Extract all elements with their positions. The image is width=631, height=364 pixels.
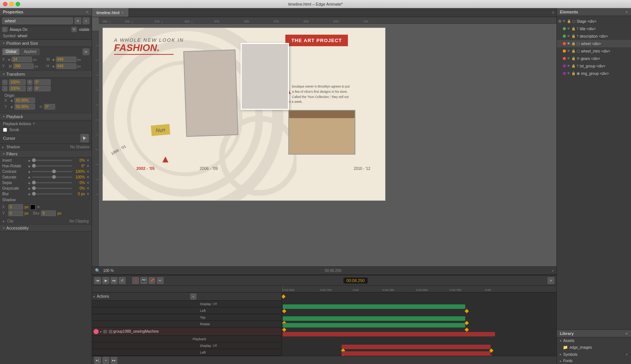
- always-on-row: ▷ Always On . 👁 visible: [0, 26, 92, 33]
- w-input[interactable]: [56, 57, 76, 62]
- sepia-clear[interactable]: ✕: [86, 181, 89, 185]
- library-item-fonts[interactable]: ▸ Fonts: [557, 358, 631, 364]
- stage-canvas[interactable]: A WHOLE NEW LOOK IN FASHION. THE ART PRO…: [102, 28, 386, 201]
- section-playback[interactable]: ▾ Playback: [0, 113, 92, 120]
- origin-angle-input[interactable]: [44, 104, 55, 110]
- settings-icon[interactable]: ≡: [83, 18, 89, 24]
- expand-icon[interactable]: ▸: [93, 295, 95, 298]
- group1988-eye-icon[interactable]: [103, 330, 107, 333]
- y-input[interactable]: [13, 63, 34, 69]
- sepia-slider[interactable]: [32, 182, 72, 183]
- tree-item-gears[interactable]: 👁 🔒 ⚙ gears <div>: [557, 55, 631, 62]
- contrast-value: 100%: [74, 170, 85, 174]
- tree-item-wheel-intro[interactable]: 👁 🔒 ▢ wheel_intro <div>: [557, 47, 631, 55]
- edit-button[interactable]: ✏: [157, 277, 164, 284]
- tab-close-icon[interactable]: ✕: [121, 11, 124, 15]
- filters-arrow-icon: ▾: [3, 152, 5, 156]
- symbols-add-icon[interactable]: +: [626, 352, 628, 357]
- blur-clear[interactable]: ✕: [86, 192, 89, 196]
- section-transform[interactable]: ▾ Transform: [0, 70, 92, 78]
- group1988-expand[interactable]: ▸: [100, 330, 102, 333]
- display-label: Display: [200, 302, 211, 306]
- properties-close[interactable]: ✕: [86, 10, 89, 14]
- record-button[interactable]: ⏺: [132, 277, 139, 284]
- camera-button[interactable]: 📷: [140, 277, 147, 284]
- shadow-row: ▸ Shadow No Shadow: [0, 144, 92, 150]
- search-input[interactable]: [2, 18, 73, 24]
- window-controls[interactable]: [3, 2, 20, 6]
- contrast-clear[interactable]: ✕: [86, 170, 89, 174]
- shadow-x-input[interactable]: [8, 204, 23, 210]
- search-icon[interactable]: ⊕: [74, 18, 81, 24]
- tree-item-stage[interactable]: 👁 🔒 ▢ Stage <div>: [557, 18, 631, 25]
- minimize-button[interactable]: [9, 2, 14, 6]
- skew-input[interactable]: [34, 86, 51, 91]
- section-accessibility[interactable]: ▾ Accessibility: [0, 224, 92, 232]
- tree-item-txt-group[interactable]: 👁 🔒 T txt_group <div>: [557, 62, 631, 70]
- elements-close[interactable]: ✕: [625, 10, 628, 14]
- tl-add-keyframe-button[interactable]: ▸|: [94, 357, 101, 364]
- library-item-assets[interactable]: ▾ Assets: [557, 338, 631, 344]
- goto-start-button[interactable]: ⏮: [94, 277, 101, 284]
- x-input[interactable]: [12, 57, 32, 62]
- txt-group-type-icon: T: [577, 64, 579, 68]
- shadow-blur-input[interactable]: [41, 211, 56, 216]
- scale-y-input[interactable]: [9, 86, 26, 91]
- blur-slider[interactable]: [32, 193, 72, 194]
- x-icon: ◈: [8, 58, 10, 61]
- saturate-slider[interactable]: [32, 177, 72, 178]
- grayscale-slider[interactable]: [32, 188, 72, 189]
- add-action-tl-button[interactable]: +: [190, 294, 196, 300]
- tab-timeline[interactable]: timeline.html ✕: [92, 8, 129, 17]
- pin-button[interactable]: 📌: [149, 277, 155, 284]
- applied-tab[interactable]: Applied: [20, 48, 39, 55]
- origin-y-input[interactable]: [15, 104, 35, 110]
- responsive-icon[interactable]: ⊞: [83, 48, 89, 55]
- rotate1-input[interactable]: [34, 79, 51, 85]
- tl-more-button[interactable]: ▸▸: [111, 357, 117, 364]
- library-item-symbols[interactable]: ▸ Symbols +: [557, 351, 631, 358]
- grayscale-clear[interactable]: ✕: [86, 186, 89, 190]
- global-tab[interactable]: Global: [2, 48, 20, 55]
- scale-x-input[interactable]: [9, 79, 26, 85]
- track-bars-svg: [282, 292, 557, 356]
- origin-x-input[interactable]: [15, 98, 35, 103]
- canvas-area: 280 320 370 420 470 520 570 620 670 720: [92, 17, 557, 275]
- loop-button[interactable]: ↺: [119, 277, 126, 284]
- invert-slider[interactable]: [32, 160, 72, 161]
- invert-clear[interactable]: ✕: [86, 158, 89, 162]
- tree-item-img-group[interactable]: 👁 🔒 ▣ img_group <div>: [557, 70, 631, 77]
- contrast-slider[interactable]: [32, 171, 72, 172]
- fashion-photo-1: [183, 50, 238, 137]
- hue-slider[interactable]: [32, 165, 72, 167]
- library-close[interactable]: ✕: [625, 332, 628, 336]
- section-position-size[interactable]: ▾ Position and Size: [0, 39, 92, 47]
- tree-item-title[interactable]: 👁 🔒 T title <div>: [557, 25, 631, 32]
- tl-delete-button[interactable]: ▪: [102, 357, 109, 364]
- shadow-color-swatch[interactable]: [30, 205, 35, 210]
- section-filters[interactable]: ▾ Filters: [0, 150, 92, 158]
- tl-settings-icon[interactable]: ≡: [548, 277, 554, 284]
- add-action-button[interactable]: +: [33, 121, 35, 126]
- scrub-checkbox[interactable]: [3, 128, 7, 132]
- maximize-button[interactable]: [16, 2, 20, 6]
- h-input[interactable]: [56, 63, 76, 69]
- svg-rect-50: [342, 345, 491, 349]
- library-item-edge-images[interactable]: 📁 edge_images: [557, 344, 631, 351]
- tree-item-wheel[interactable]: 👁 🔒 ▢ wheel <div>: [557, 40, 631, 47]
- panel-collapse-icon[interactable]: ≡: [552, 10, 554, 15]
- play-icon[interactable]: ▷: [2, 27, 7, 32]
- accessibility-label: Accessibility: [6, 226, 29, 230]
- group1988-lock-icon[interactable]: [109, 330, 112, 333]
- goto-end-button[interactable]: ⏭: [111, 277, 117, 284]
- play-button[interactable]: ▶: [102, 277, 109, 284]
- hue-clear[interactable]: ✕: [86, 164, 89, 168]
- tree-item-description[interactable]: 👁 🔒 T description <div>: [557, 32, 631, 40]
- close-button[interactable]: [3, 2, 7, 6]
- cursor-preview[interactable]: [80, 134, 89, 142]
- shadow-y-input[interactable]: [8, 211, 23, 216]
- eye-icon[interactable]: 👁: [72, 27, 77, 32]
- shadow-clear-button[interactable]: ✕: [37, 205, 40, 209]
- timeline-labels: ▸ Actions + Display Off Left: [92, 286, 282, 356]
- saturate-clear[interactable]: ✕: [86, 175, 89, 179]
